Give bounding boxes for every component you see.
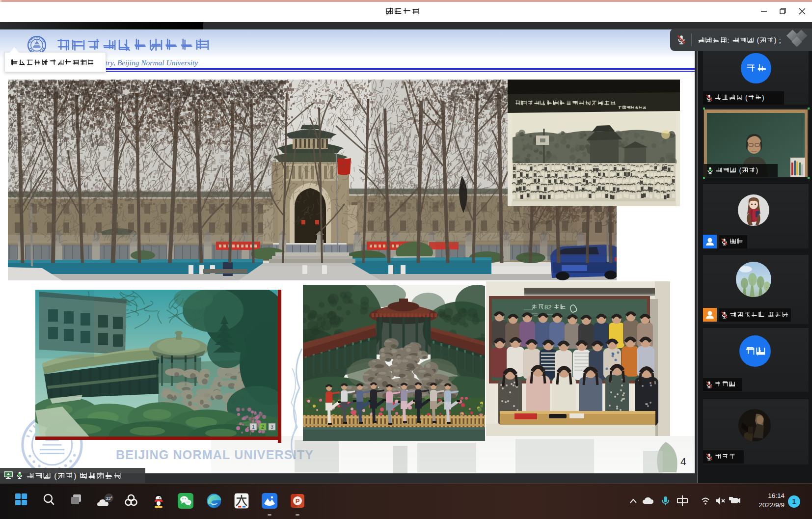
svg-text:): ) bbox=[762, 94, 764, 102]
svg-text:P: P bbox=[296, 497, 300, 505]
svg-text:;: ; bbox=[779, 36, 781, 44]
svg-text:82: 82 bbox=[544, 303, 551, 311]
svg-text:(: ( bbox=[757, 36, 759, 44]
svg-text:33°: 33° bbox=[106, 496, 112, 501]
svg-text::: : bbox=[727, 36, 729, 44]
svg-text:): ) bbox=[756, 166, 758, 174]
svg-text:): ) bbox=[74, 471, 77, 480]
svg-text:3: 3 bbox=[271, 424, 273, 430]
svg-text:(: ( bbox=[739, 166, 742, 174]
svg-text:1: 1 bbox=[252, 424, 255, 430]
svg-text:(: ( bbox=[745, 94, 748, 102]
svg-text:): ) bbox=[774, 36, 777, 44]
svg-text:(: ( bbox=[54, 471, 57, 480]
svg-text:2: 2 bbox=[261, 424, 264, 430]
